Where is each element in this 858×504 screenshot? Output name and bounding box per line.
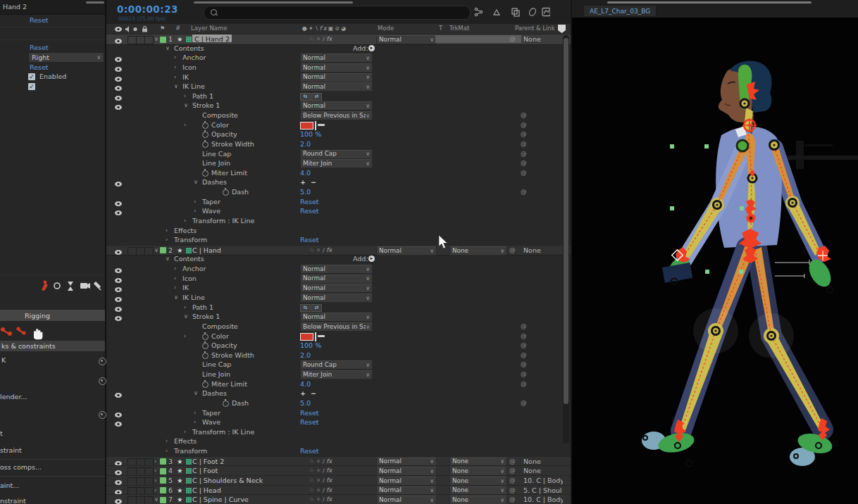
group-twirl[interactable]: › — [174, 274, 176, 282]
stopwatch-icon[interactable] — [202, 382, 209, 388]
timeline-row-ik[interactable]: ›IKNormal∨ — [106, 73, 571, 82]
tab-rigging[interactable]: Rigging — [0, 310, 105, 321]
visibility-eye-toggle[interactable] — [115, 266, 122, 274]
path-toggle-1[interactable]: ⇆ — [300, 93, 311, 101]
timeline-row-line-cap[interactable]: Line CapRound Cap∨@ — [106, 149, 571, 159]
reset-link[interactable]: Reset — [300, 235, 319, 243]
duik-toolbar-icons[interactable] — [39, 279, 103, 293]
timeline-row-transform-ik-line[interactable]: ›Transform : IK Line — [106, 216, 571, 226]
parent-value[interactable]: None — [523, 457, 563, 465]
timeline-row-transform-ik-line[interactable]: ›Transform : IK Line — [106, 427, 571, 437]
timeline-row-miter-limit[interactable]: Miter Limit4.0@ — [106, 379, 571, 389]
guide-star-icon[interactable]: ★ — [177, 457, 183, 465]
add-button[interactable]: ▸ — [368, 45, 375, 51]
list-item[interactable]: nstraint — [0, 497, 26, 504]
layer-name[interactable]: C | Hand — [192, 246, 221, 253]
parent-pickwhip-icon[interactable]: @ — [509, 476, 516, 484]
timeline-top-scrollbar[interactable] — [194, 1, 353, 4]
stopwatch-icon[interactable] — [202, 122, 209, 129]
group-twirl[interactable]: › — [174, 53, 176, 61]
timeline-row-dashes[interactable]: ∨Dashes+− — [106, 177, 571, 187]
current-timecode[interactable]: 0:00:00:23 — [117, 4, 178, 15]
property-pickwhip-icon[interactable]: @ — [521, 187, 527, 195]
timeline-row-contents[interactable]: ∨ContentsAdd:▸ — [106, 254, 571, 264]
gear-icon[interactable] — [99, 377, 106, 385]
group-twirl[interactable]: ∨ — [184, 101, 188, 108]
collapse-grid-icon[interactable] — [186, 497, 192, 503]
layer-twirl[interactable]: › — [154, 457, 156, 465]
group-twirl[interactable]: › — [194, 197, 196, 205]
property-value[interactable]: 100 % — [300, 130, 321, 137]
parent-pickwhip-icon[interactable]: @ — [509, 495, 516, 503]
video-column-icon[interactable] — [115, 27, 122, 32]
timeline-row-opacity[interactable]: Opacity100 %@ — [106, 341, 571, 351]
audio-solo-lock-icons[interactable] — [125, 26, 153, 32]
group-twirl[interactable]: ∨ — [174, 82, 178, 89]
timeline-row-contents[interactable]: ∨ContentsAdd:▸ — [106, 44, 571, 53]
property-pickwhip-icon[interactable]: @ — [521, 139, 527, 147]
group-twirl[interactable]: ∨ — [174, 293, 178, 301]
layer-label-color[interactable] — [160, 37, 166, 43]
layer-switches[interactable]: ♘ ✧ ∕ fx — [309, 246, 332, 253]
timeline-toolbar-icons[interactable] — [473, 6, 550, 18]
timeline-row-ik-line[interactable]: ∨IK LineNormal∨ — [106, 293, 571, 303]
add-button[interactable]: ▸ — [368, 256, 375, 262]
value-dropdown[interactable]: Normal∨ — [300, 265, 373, 274]
layer-twirl[interactable]: ∨ — [154, 34, 158, 42]
list-item[interactable]: K — [1, 356, 6, 364]
timeline-row-color[interactable]: ›Color@ — [106, 120, 571, 130]
timeline-row-line-join[interactable]: Line JoinMiter Join∨@ — [106, 370, 571, 379]
visibility-eye-toggle[interactable] — [115, 208, 122, 216]
gear-icon[interactable] — [99, 411, 106, 419]
timeline-row-effects[interactable]: ›Effects — [106, 436, 571, 446]
visibility-eye-toggle[interactable] — [115, 103, 122, 111]
reset-link[interactable]: Reset — [300, 408, 319, 416]
timeline-row-stroke-width[interactable]: Stroke Width2.0@ — [106, 139, 571, 149]
timeline-scrollbar[interactable] — [563, 35, 569, 443]
layer-label-color[interactable] — [160, 468, 166, 474]
value-dropdown[interactable]: Below Previous in Sa∨ — [300, 322, 373, 332]
collapse-grid-icon[interactable] — [186, 459, 192, 465]
value-dropdown[interactable]: Normal∨ — [300, 313, 373, 322]
parent-value[interactable]: 10. C | Body — [523, 495, 563, 503]
value-dropdown[interactable]: Normal∨ — [300, 82, 373, 92]
stopwatch-icon[interactable] — [223, 401, 229, 407]
timeline-row-ik[interactable]: ›IKNormal∨ — [106, 283, 571, 293]
collapse-grid-icon[interactable] — [186, 488, 192, 493]
timeline-row-stroke-width[interactable]: Stroke Width2.0@ — [106, 351, 571, 360]
color-swatch[interactable] — [300, 122, 313, 130]
guide-star-icon[interactable]: ★ — [177, 476, 183, 484]
layer-label-color[interactable] — [160, 487, 166, 493]
visibility-eye-toggle[interactable] — [115, 391, 122, 398]
property-value[interactable]: 4.0 — [300, 379, 311, 387]
value-dropdown[interactable]: Round Cap∨ — [300, 150, 373, 159]
layer-name[interactable]: C | Foot — [192, 466, 218, 474]
trkmat-dropdown[interactable]: None∨ — [449, 496, 507, 504]
property-pickwhip-icon[interactable]: @ — [521, 341, 527, 348]
layer-label-color[interactable] — [160, 477, 166, 484]
group-twirl[interactable]: › — [194, 206, 196, 214]
timeline-row-composite[interactable]: CompositeBelow Previous in Sa∨@ — [106, 322, 571, 332]
tab-links-constraints[interactable]: ks & constraints — [0, 341, 105, 351]
mode-column[interactable]: Mode — [378, 25, 394, 32]
layer-switches[interactable]: ♘ ✧ ∕ fx — [309, 495, 332, 503]
list-item[interactable]: aint... — [0, 481, 19, 489]
layer-twirl[interactable]: › — [154, 466, 156, 474]
visibility-eye-toggle[interactable] — [115, 314, 122, 322]
layer-label-color[interactable] — [160, 497, 166, 503]
property-pickwhip-icon[interactable]: @ — [521, 130, 527, 137]
composition-tab[interactable]: AE_L7_Char_03_BG — [583, 5, 657, 17]
value-dropdown[interactable]: Normal∨ — [300, 53, 373, 63]
remove-dash-button[interactable]: − — [311, 389, 316, 396]
visibility-eye-toggle[interactable] — [115, 295, 122, 303]
parent-pickwhip-icon[interactable]: @ — [509, 457, 516, 465]
timeline-row-dash[interactable]: Dash5.0@ — [106, 187, 571, 197]
timeline-row-dash[interactable]: Dash5.0@ — [106, 398, 571, 408]
group-twirl[interactable]: › — [184, 303, 186, 310]
group-twirl[interactable]: › — [184, 92, 186, 99]
value-dropdown[interactable]: Normal∨ — [300, 63, 373, 73]
property-pickwhip-icon[interactable]: @ — [521, 351, 527, 358]
visibility-eye-toggle[interactable] — [115, 276, 122, 284]
layer-name[interactable]: C | Head — [192, 486, 221, 493]
layer-label-color[interactable] — [160, 247, 166, 253]
